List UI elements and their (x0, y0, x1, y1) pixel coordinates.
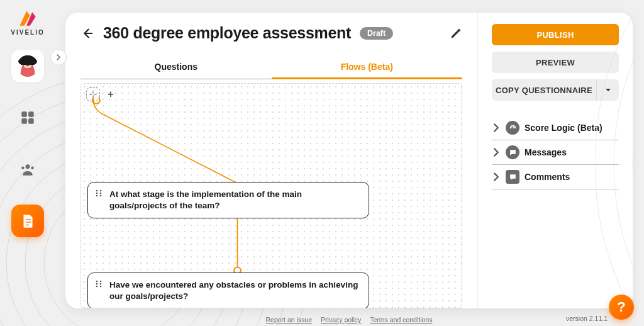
svg-rect-15 (26, 222, 31, 223)
copy-questionnaire-button[interactable]: COPY QUESTIONNAIRE (492, 79, 596, 101)
tabs: Questions Flows (Beta) (80, 56, 462, 79)
footer-link-terms[interactable]: Terms and conditions (370, 316, 432, 323)
svg-rect-7 (21, 111, 27, 117)
tab-flows[interactable]: Flows (Beta) (272, 56, 463, 79)
avatar-icon (17, 55, 38, 77)
svg-point-29 (100, 281, 102, 283)
document-icon (19, 213, 36, 229)
svg-point-32 (96, 286, 98, 288)
actions-panel: PUBLISH PREVIEW COPY QUESTIONNAIRE Score… (478, 13, 633, 308)
editor-panel: 360 degree employee assessment Draft Que… (65, 13, 478, 308)
footer-link-report[interactable]: Report an issue (266, 316, 313, 323)
sidebar-item-questionnaires[interactable] (11, 205, 44, 237)
sidebar-item-team[interactable] (11, 153, 44, 186)
edit-title-button[interactable] (450, 27, 462, 40)
svg-point-24 (96, 193, 98, 194)
svg-point-22 (96, 190, 98, 192)
svg-point-33 (100, 286, 102, 288)
footer-link-privacy[interactable]: Privacy policy (321, 316, 361, 323)
chevron-right-icon (55, 54, 62, 60)
drag-handle-icon[interactable] (94, 279, 103, 288)
svg-rect-10 (28, 118, 34, 124)
help-button[interactable]: ? (609, 295, 634, 320)
copy-questionnaire-dropdown[interactable] (596, 79, 619, 101)
brand-name: VIVELIO (9, 29, 47, 36)
accordion-label: Comments (525, 172, 570, 182)
chevron-right-icon (492, 123, 501, 132)
sidebar-item-profile[interactable] (11, 50, 44, 82)
chat-icon (506, 145, 519, 159)
accordion-comments[interactable]: Comments (492, 165, 619, 189)
svg-rect-9 (21, 118, 27, 124)
svg-point-26 (96, 195, 98, 197)
svg-point-28 (96, 281, 98, 283)
copy-questionnaire-split: COPY QUESTIONNAIRE (492, 79, 619, 101)
expand-sidebar-button[interactable] (50, 49, 67, 65)
brand-logo[interactable]: VIVELIO (9, 8, 47, 36)
svg-rect-14 (26, 219, 31, 220)
drag-handle-icon[interactable] (94, 189, 103, 198)
svg-point-12 (21, 167, 25, 170)
accordion-label: Messages (525, 147, 567, 157)
title-row: 360 degree employee assessment Draft (80, 24, 462, 42)
publish-button[interactable]: PUBLISH (492, 24, 619, 45)
svg-point-27 (100, 195, 102, 197)
svg-rect-8 (28, 111, 34, 117)
svg-point-13 (31, 167, 34, 170)
status-badge: Draft (360, 27, 393, 40)
svg-rect-16 (26, 224, 29, 225)
flow-node-2[interactable]: Have we encountered any obstacles or pro… (87, 273, 369, 308)
flow-canvas[interactable]: + At what stage is the implementation of… (80, 83, 462, 308)
version-label: version 2.11.1 (566, 315, 608, 322)
svg-point-25 (100, 193, 102, 194)
chevron-right-icon (492, 172, 501, 181)
preview-button[interactable]: PREVIEW (492, 52, 619, 73)
users-icon (19, 161, 36, 177)
grid-icon (19, 110, 36, 126)
caret-down-icon (604, 86, 612, 94)
flow-node-1[interactable]: At what stage is the implementation of t… (87, 182, 369, 218)
main-card: 360 degree employee assessment Draft Que… (65, 13, 633, 308)
svg-point-31 (100, 283, 102, 285)
tab-questions[interactable]: Questions (80, 56, 272, 79)
accordion-score-logic[interactable]: Score Logic (Beta) (492, 116, 619, 140)
svg-point-23 (100, 190, 102, 192)
comment-icon (506, 170, 519, 184)
sidebar-item-dashboard[interactable] (11, 101, 44, 134)
accordion: Score Logic (Beta) Messages Comments (492, 116, 619, 189)
svg-point-11 (26, 164, 30, 169)
sidebar: VIVELIO (0, 0, 55, 326)
back-button[interactable] (80, 26, 94, 40)
svg-point-30 (96, 283, 98, 285)
flow-node-text: Have we encountered any obstacles or pro… (109, 280, 358, 301)
logo-icon (9, 8, 47, 30)
footer: Report an issue Privacy policy Terms and… (65, 316, 633, 323)
accordion-label: Score Logic (Beta) (525, 123, 602, 133)
flow-node-text: At what stage is the implementation of t… (109, 189, 302, 210)
chevron-right-icon (492, 148, 501, 157)
accordion-messages[interactable]: Messages (492, 140, 619, 165)
gauge-icon (506, 121, 519, 135)
page-title: 360 degree employee assessment (103, 24, 351, 42)
